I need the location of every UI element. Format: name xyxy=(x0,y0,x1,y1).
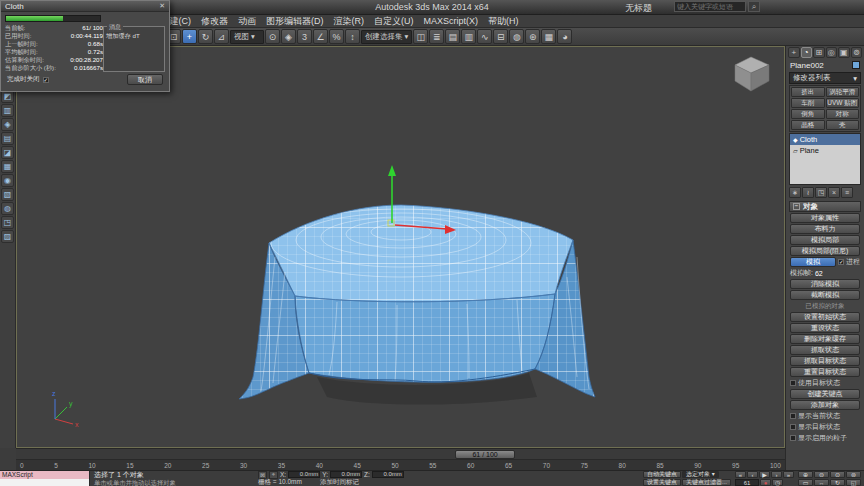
tab-display[interactable]: ▣ xyxy=(838,47,850,58)
left-tool-icon-9[interactable]: ▦ xyxy=(1,160,14,173)
left-tool-icon-8[interactable]: ◪ xyxy=(1,146,14,159)
menu-item[interactable]: 渲染(R) xyxy=(329,15,370,28)
close-when-done-checkbox[interactable]: ✓ xyxy=(43,77,49,83)
object-properties-button[interactable]: 对象属性 xyxy=(790,213,860,223)
modifier-stack-item[interactable]: ▱ Plane xyxy=(790,145,860,156)
modifier-button[interactable]: UVW 贴图 xyxy=(826,98,860,108)
curve-editor-icon[interactable]: ∿ xyxy=(477,29,492,44)
pan-icon[interactable]: ↔ xyxy=(814,479,829,486)
show-current-state-checkbox[interactable] xyxy=(790,413,796,419)
modifier-button[interactable]: 倒角 xyxy=(791,109,825,119)
show-target-state-checkbox[interactable] xyxy=(790,424,796,430)
named-selection-sets-combo[interactable]: 创建选择集 ▾ xyxy=(361,30,412,44)
reference-coordinate-combo[interactable]: 视图 ▾ xyxy=(230,30,264,44)
show-enabled-checkbox[interactable] xyxy=(790,435,796,441)
maximize-viewport-icon[interactable]: ◱ xyxy=(846,479,861,486)
object-color-swatch[interactable] xyxy=(852,61,860,69)
cloth-tablecloth-object[interactable] xyxy=(239,205,595,399)
z-coordinate-field[interactable]: 0.0mm xyxy=(372,471,404,478)
delete-object-cache-button[interactable]: 删除对象缓存 xyxy=(790,334,860,344)
use-target-state-checkbox[interactable] xyxy=(790,380,796,386)
track-bar[interactable]: 0510152025303540455055606570758085909510… xyxy=(16,459,785,470)
use-pivot-center-icon[interactable]: ⊙ xyxy=(265,29,280,44)
key-mode-toggle-icon[interactable]: ● xyxy=(760,479,771,486)
left-tool-icon-7[interactable]: ▤ xyxy=(1,132,14,145)
cloth-progress-dialog[interactable]: Cloth ✕ 当前帧: 61/ 100 已用时间: 0:00:44.119 xyxy=(0,0,170,92)
menu-item[interactable]: 自定义(U) xyxy=(369,15,419,28)
tab-motion[interactable]: ◎ xyxy=(826,47,838,58)
current-frame-field[interactable]: 61 xyxy=(735,479,759,486)
modifier-button[interactable]: 壳 xyxy=(826,120,860,130)
set-initial-state-button[interactable]: 设置初始状态 xyxy=(790,312,860,322)
orbit-icon[interactable]: ↻ xyxy=(830,479,845,486)
make-unique-icon[interactable]: ◳ xyxy=(815,187,827,198)
selection-set-combo[interactable]: 选定对象 ▾ xyxy=(682,471,719,478)
layer-manager-icon[interactable]: ▤ xyxy=(445,29,460,44)
tab-utilities[interactable]: ⊚ xyxy=(851,47,863,58)
left-tool-icon-14[interactable]: ▨ xyxy=(1,230,14,243)
left-tool-icon-13[interactable]: ◳ xyxy=(1,216,14,229)
menu-item[interactable]: 帮助(H) xyxy=(483,15,524,28)
set-key-button[interactable]: 设置关键点 xyxy=(643,479,681,486)
spinner-snap-icon[interactable]: ↕ xyxy=(345,29,360,44)
angle-snap-icon[interactable]: ∠ xyxy=(313,29,328,44)
mirror-icon[interactable]: ◫ xyxy=(413,29,428,44)
go-to-start-icon[interactable]: « xyxy=(735,471,746,478)
remove-modifier-icon[interactable]: × xyxy=(828,187,840,198)
render-production-icon[interactable]: ◕ xyxy=(557,29,572,44)
modifier-button[interactable]: 晶格 xyxy=(791,120,825,130)
select-and-manipulate-icon[interactable]: ◈ xyxy=(281,29,296,44)
erase-simulation-button[interactable]: 消除模拟 xyxy=(790,279,860,289)
select-and-move-icon[interactable]: + xyxy=(182,29,197,44)
left-tool-icon-10[interactable]: ◉ xyxy=(1,174,14,187)
align-icon[interactable]: ≣ xyxy=(429,29,444,44)
reset-target-state-button[interactable]: 重置目标状态 xyxy=(790,367,860,377)
time-slider[interactable]: 61 / 100 xyxy=(16,448,785,459)
schematic-view-icon[interactable]: ⊟ xyxy=(493,29,508,44)
modifier-button[interactable]: 车削 xyxy=(791,98,825,108)
x-coordinate-field[interactable]: 0.0mm xyxy=(288,471,320,478)
grab-state-button[interactable]: 抓取状态 xyxy=(790,345,860,355)
left-tool-icon-6[interactable]: ◈ xyxy=(1,118,14,131)
modifier-stack-item[interactable]: ◆ Cloth xyxy=(790,134,860,145)
menu-item[interactable]: 动画 xyxy=(233,15,261,28)
collapse-icon[interactable]: − xyxy=(793,203,800,210)
cancel-button[interactable]: 取消 xyxy=(127,74,163,85)
tab-create[interactable]: + xyxy=(788,47,800,58)
modifier-button[interactable]: 涡轮平滑 xyxy=(826,87,860,97)
simulate-local-button[interactable]: 模拟局部 xyxy=(790,235,860,245)
perspective-viewport[interactable]: x y z xyxy=(16,46,785,448)
previous-frame-icon[interactable]: ‹ xyxy=(747,471,758,478)
tab-hierarchy[interactable]: ⊞ xyxy=(813,47,825,58)
menu-item[interactable]: 图形编辑器(D) xyxy=(261,15,329,28)
zoom-all-icon[interactable]: ⊜ xyxy=(814,471,829,478)
zoom-extents-icon[interactable]: ⊙ xyxy=(830,471,845,478)
modifier-list-dropdown[interactable]: 修改器列表 ▾ xyxy=(789,72,861,84)
close-icon[interactable]: ✕ xyxy=(159,2,165,10)
pin-stack-icon[interactable]: ∗ xyxy=(789,187,801,198)
time-configuration-icon[interactable]: ◷ xyxy=(772,479,783,486)
truncate-simulation-button[interactable]: 截断模拟 xyxy=(790,290,860,300)
rollout-object[interactable]: − 对象 xyxy=(789,201,861,212)
macro-recorder-line[interactable]: MAXScript xyxy=(0,471,89,479)
progress-checkbox[interactable]: ✓ xyxy=(838,259,844,265)
create-keys-button[interactable]: 创建关键点 xyxy=(790,389,860,399)
add-time-tag[interactable]: 添加时间标记 xyxy=(320,478,359,486)
add-objects-button[interactable]: 添加对象 xyxy=(790,400,860,410)
modifier-button[interactable]: 挤出 xyxy=(791,87,825,97)
key-filters-button[interactable]: 关键点过滤器... xyxy=(682,479,731,486)
select-and-rotate-icon[interactable]: ↻ xyxy=(198,29,213,44)
configure-modifier-sets-icon[interactable]: ≡ xyxy=(841,187,853,198)
percent-snap-icon[interactable]: % xyxy=(329,29,344,44)
show-end-result-icon[interactable]: ≀ xyxy=(802,187,814,198)
modifier-button[interactable]: 对称 xyxy=(826,109,860,119)
simulate-local-damped-button[interactable]: 模拟局部(阻尼) xyxy=(790,246,860,256)
grab-target-state-button[interactable]: 抓取目标状态 xyxy=(790,356,860,366)
reset-state-button[interactable]: 重设状态 xyxy=(790,323,860,333)
render-setup-icon[interactable]: ⊛ xyxy=(525,29,540,44)
play-icon[interactable]: ▶ xyxy=(759,471,770,478)
left-tool-icon-11[interactable]: ▧ xyxy=(1,188,14,201)
left-tool-icon-12[interactable]: ◍ xyxy=(1,202,14,215)
rendered-frame-icon[interactable]: ▦ xyxy=(541,29,556,44)
select-and-scale-icon[interactable]: ⊿ xyxy=(214,29,229,44)
